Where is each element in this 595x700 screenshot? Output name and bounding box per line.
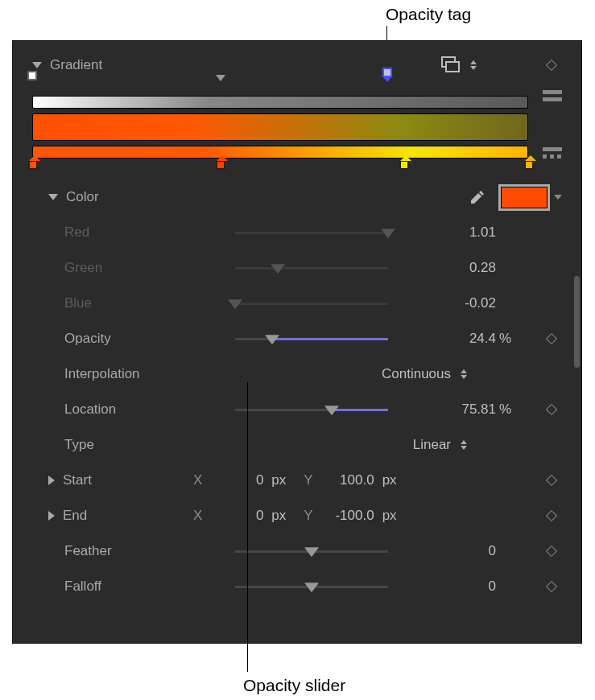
color-title: Color	[66, 189, 469, 205]
opacity-row: Opacity 24.4 %	[13, 321, 581, 356]
end-row: End X 0 px Y -100.0 px	[13, 498, 581, 533]
start-y-value[interactable]: 100.0	[321, 472, 374, 488]
param-label: Start	[63, 472, 184, 488]
param-label: Green	[64, 260, 225, 276]
callout-opacity-tag: Opacity tag	[386, 5, 471, 24]
color-stop[interactable]	[524, 160, 534, 170]
keyframe-icon[interactable]	[546, 546, 557, 557]
param-label: Type	[64, 437, 225, 453]
type-row: Type Linear	[13, 427, 581, 463]
slider-thumb[interactable]	[304, 547, 319, 557]
color-stop[interactable]	[28, 160, 38, 170]
start-x-value[interactable]: 0	[210, 472, 263, 488]
axis-label: X	[193, 508, 202, 524]
param-label: Interpolation	[64, 366, 225, 382]
slider-thumb[interactable]	[228, 299, 242, 309]
stepper-icon[interactable]	[470, 60, 477, 70]
keyframe-icon[interactable]	[546, 581, 557, 592]
slider-thumb[interactable]	[324, 406, 339, 415]
unit-label: px	[271, 508, 286, 524]
callout-line	[247, 382, 248, 672]
callout-opacity-slider: Opacity slider	[243, 676, 345, 695]
slider-thumb[interactable]	[381, 229, 395, 238]
end-y-value[interactable]: -100.0	[321, 508, 374, 524]
param-label: End	[63, 508, 184, 524]
color-swatch[interactable]	[501, 187, 547, 208]
opacity-tag[interactable]	[27, 71, 37, 80]
green-row: Green 0.28	[13, 250, 581, 286]
svg-rect-5	[543, 154, 547, 159]
feather-slider[interactable]	[235, 550, 388, 553]
end-x-value[interactable]: 0	[210, 508, 263, 524]
eyedropper-icon[interactable]	[469, 188, 486, 206]
preset-popup-icon[interactable]	[440, 56, 461, 74]
slider-thumb[interactable]	[271, 264, 285, 274]
param-label: Opacity	[64, 331, 225, 347]
result-gradient-bar	[32, 113, 528, 141]
color-stop[interactable]	[399, 160, 409, 170]
color-section-header[interactable]: Color	[13, 179, 581, 215]
slider-thumb[interactable]	[265, 335, 279, 344]
distribute-color-stops-icon[interactable]	[543, 147, 562, 163]
red-slider[interactable]	[235, 232, 388, 234]
type-select[interactable]: Linear	[225, 437, 562, 453]
param-label: Location	[64, 401, 225, 418]
feather-value[interactable]: 0	[403, 543, 496, 559]
param-label: Falloff	[64, 579, 225, 595]
blue-slider[interactable]	[235, 303, 388, 305]
feather-row: Feather 0	[13, 533, 581, 569]
opacity-value[interactable]: 24.4	[403, 331, 496, 347]
falloff-row: Falloff 0	[13, 569, 581, 604]
keyframe-icon[interactable]	[546, 333, 557, 344]
gradient-editor	[13, 83, 581, 179]
param-label: Blue	[64, 295, 225, 311]
axis-label: Y	[304, 472, 312, 488]
color-stop[interactable]	[216, 160, 225, 170]
svg-rect-7	[557, 154, 561, 159]
svg-rect-1	[446, 62, 459, 72]
color-gradient-bar[interactable]	[32, 146, 528, 159]
distribute-tags-icon[interactable]	[543, 89, 562, 103]
green-value[interactable]: 0.28	[403, 260, 496, 276]
disclosure-triangle-icon[interactable]	[32, 62, 42, 68]
svg-rect-6	[550, 154, 554, 159]
unit-label: %	[499, 401, 522, 418]
inspector-panel: Gradient	[12, 40, 582, 644]
opacity-slider[interactable]	[235, 338, 388, 340]
unit-label: %	[499, 331, 522, 347]
falloff-slider[interactable]	[235, 586, 388, 588]
svg-rect-2	[543, 90, 562, 94]
unit-label: px	[271, 472, 286, 488]
keyframe-icon[interactable]	[546, 404, 557, 415]
stepper-icon	[461, 440, 467, 450]
chevron-down-icon[interactable]	[554, 195, 562, 200]
blue-value[interactable]: -0.02	[403, 295, 496, 311]
interpolation-select[interactable]: Continuous	[225, 366, 562, 382]
axis-label: Y	[304, 508, 312, 524]
falloff-value[interactable]: 0	[403, 579, 496, 595]
green-slider[interactable]	[235, 267, 388, 270]
param-label: Feather	[64, 543, 225, 559]
opacity-gradient-bar[interactable]	[32, 96, 528, 109]
opacity-tag-selected[interactable]	[382, 75, 393, 82]
gradient-title: Gradient	[50, 57, 211, 73]
slider-thumb[interactable]	[304, 583, 319, 592]
location-slider[interactable]	[235, 409, 388, 411]
start-row: Start X 0 px Y 100.0 px	[13, 463, 581, 498]
location-row: Location 75.81 %	[13, 392, 581, 427]
keyframe-icon[interactable]	[546, 60, 557, 71]
svg-rect-3	[543, 97, 562, 101]
midpoint-tag[interactable]	[216, 75, 225, 81]
disclosure-triangle-icon[interactable]	[48, 511, 55, 521]
svg-rect-4	[543, 147, 562, 151]
param-label: Red	[64, 224, 225, 241]
gradient-header[interactable]: Gradient	[13, 47, 581, 83]
disclosure-triangle-icon[interactable]	[48, 476, 55, 485]
location-value[interactable]: 75.81	[403, 401, 496, 418]
red-value[interactable]: 1.01	[403, 224, 496, 241]
disclosure-triangle-icon[interactable]	[48, 194, 58, 200]
stepper-icon	[461, 369, 467, 379]
unit-label: px	[382, 472, 397, 488]
unit-label: px	[382, 508, 397, 524]
interpolation-row: Interpolation Continuous	[13, 356, 581, 392]
